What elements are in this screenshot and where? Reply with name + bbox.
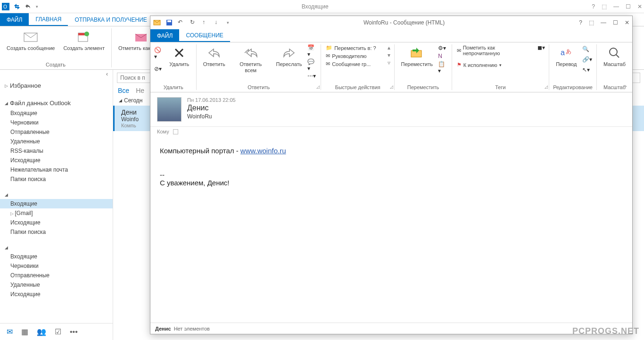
nav-gmail[interactable]: ▷ [Gmail] xyxy=(0,208,113,218)
rg-delete-label: Удалить xyxy=(154,83,192,90)
quick-launcher-icon[interactable]: ◿ xyxy=(390,84,393,89)
more-respond-icon[interactable]: ⋯▾ xyxy=(307,73,317,79)
nav-rss[interactable]: RSS-каналы xyxy=(0,146,113,156)
msg-tab-file[interactable]: ФАЙЛ xyxy=(150,29,179,42)
next-icon[interactable]: ↓ xyxy=(215,19,222,26)
new-mail-button[interactable]: Создать сообщение xyxy=(4,28,58,52)
nav-inbox3[interactable]: Входящие xyxy=(0,252,113,261)
save-icon[interactable] xyxy=(165,19,173,26)
unread-envelope-icon: ✉ xyxy=(457,48,461,54)
tasks-switch-icon[interactable]: ☑ xyxy=(55,327,61,336)
replyall-button[interactable]: Ответить всем xyxy=(231,44,271,74)
undo-icon[interactable]: ↶ xyxy=(178,19,185,26)
nav-account3[interactable]: ◢ xyxy=(0,243,113,252)
nav-outbox3[interactable]: Исходящие xyxy=(0,290,113,299)
sendreceive-icon[interactable] xyxy=(13,3,21,10)
nav-search-folders[interactable]: Папки поиска xyxy=(0,174,113,184)
msg-titlebar: ↶ ↻ ↑ ↓ ▾ WoinfoRu - Сообщение (HTML) ? … xyxy=(150,16,632,29)
nav-datafile[interactable]: ◢Файл данных Outlook xyxy=(0,98,113,108)
new-item-button[interactable]: Создать элемент xyxy=(60,28,107,52)
quickstep-up-icon[interactable]: ▴ xyxy=(388,44,390,51)
tab-sendreceive[interactable]: ОТПРАВКА И ПОЛУЧЕНИЕ xyxy=(68,13,153,26)
nav-inbox[interactable]: Входящие xyxy=(0,108,113,118)
reply-button[interactable]: Ответить xyxy=(200,44,228,68)
maximize-icon[interactable]: ☐ xyxy=(613,19,618,26)
body-link[interactable]: www.woinfo.ru xyxy=(240,147,286,155)
find-icon[interactable]: 🔍 xyxy=(582,46,592,52)
close-icon[interactable]: ✕ xyxy=(625,19,629,26)
calendar-new-icon xyxy=(76,29,91,44)
nav-collapse-icon[interactable]: ‹ xyxy=(0,70,113,78)
quickstep-down-icon[interactable]: ▾ xyxy=(388,52,390,58)
minimize-icon[interactable]: — xyxy=(601,19,606,26)
message-header: Пн 17.06.2013 22:05 Денис WoinfoRu xyxy=(150,92,632,127)
nav-sent3[interactable]: Отправленные xyxy=(0,271,113,280)
undo-icon[interactable] xyxy=(25,3,32,10)
quickstep-team[interactable]: ✉Сообщение гр... xyxy=(325,60,385,67)
respond-launcher-icon[interactable]: ◿ xyxy=(316,84,320,89)
nav-deleted[interactable]: Удаленные xyxy=(0,137,113,146)
sender-avatar xyxy=(157,97,182,122)
quickstep-manager[interactable]: ✉Руководителю xyxy=(325,52,385,59)
move-button[interactable]: Переместить xyxy=(398,44,435,68)
forward-mgr-icon: ✉ xyxy=(326,53,330,59)
onenote-icon[interactable]: N xyxy=(438,53,448,59)
quickstep-more-icon[interactable]: ▿ xyxy=(388,59,390,66)
quickstep-moveto[interactable]: 📁Переместить в: ? xyxy=(325,44,385,51)
filter-unread[interactable]: Не xyxy=(136,87,144,94)
ignore-icon[interactable]: 🚫▾ xyxy=(154,47,163,60)
nav-favorites[interactable]: ▷Избранное xyxy=(0,80,113,91)
translate-button[interactable]: aあ Перевод xyxy=(553,44,579,68)
ribbon-options-icon[interactable]: ⬚ xyxy=(602,3,607,10)
move-folder-icon xyxy=(409,45,424,60)
ribbon-options-icon[interactable]: ⬚ xyxy=(589,19,594,26)
im-icon[interactable]: 💬▾ xyxy=(307,58,317,72)
main-titlebar: O ▾ Входящие ? ⬚ — ☐ ✕ xyxy=(0,0,644,13)
tags-launcher-icon[interactable]: ◿ xyxy=(545,84,548,89)
nav-junk[interactable]: Нежелательная почта xyxy=(0,165,113,174)
nav-drafts[interactable]: Черновики xyxy=(0,118,113,127)
message-window: ↶ ↻ ↑ ↓ ▾ WoinfoRu - Сообщение (HTML) ? … xyxy=(150,16,633,334)
nav-search2[interactable]: Папки поиска xyxy=(0,227,113,237)
outlook-icon: O xyxy=(2,3,9,10)
redo-icon[interactable]: ↻ xyxy=(190,19,198,26)
nav-outbox2[interactable]: Исходящие xyxy=(0,218,113,227)
categorize-icon[interactable]: ◼▾ xyxy=(537,44,545,51)
mark-unread-button[interactable]: ✉Пометить как непрочитанную xyxy=(456,44,533,57)
msg-tab-message[interactable]: СООБЩЕНИЕ xyxy=(179,29,230,42)
junk-icon[interactable]: ⊘▾ xyxy=(154,66,163,72)
ribbon-collapse-icon[interactable]: ⌃ xyxy=(624,85,627,90)
actions-icon[interactable]: 📋▾ xyxy=(438,61,448,74)
maximize-icon[interactable]: ☐ xyxy=(626,3,631,10)
nav-inbox-selected[interactable]: Входящие xyxy=(0,199,113,208)
to-checkbox[interactable] xyxy=(173,129,178,134)
meeting-icon[interactable]: 📅▾ xyxy=(307,44,317,58)
delete-button[interactable]: Удалить xyxy=(166,44,192,68)
filter-all[interactable]: Все xyxy=(118,87,129,94)
forward-button[interactable]: Переслать xyxy=(273,44,304,68)
nav-outbox[interactable]: Исходящие xyxy=(0,156,113,165)
navigation-pane: ‹ ▷Избранное ◢Файл данных Outlook Входящ… xyxy=(0,70,113,340)
people-switch-icon[interactable]: 👥 xyxy=(37,327,46,336)
ribbon-group-create-label: Создать xyxy=(4,61,107,67)
mail-switch-icon[interactable]: ✉ xyxy=(7,327,13,336)
nav-account2[interactable]: ◢ xyxy=(0,191,113,199)
message-body: Компьютерный портал - www.woinfo.ru -- С… xyxy=(150,138,632,323)
nav-sent[interactable]: Отправленные xyxy=(0,127,113,137)
help-icon[interactable]: ? xyxy=(579,19,582,26)
related-icon[interactable]: 🔗▾ xyxy=(582,56,592,63)
close-icon[interactable]: ✕ xyxy=(637,3,642,10)
nav-drafts3[interactable]: Черновики xyxy=(0,261,113,271)
help-icon[interactable]: ? xyxy=(592,3,595,10)
more-switch-icon[interactable]: ••• xyxy=(70,328,78,336)
followup-button[interactable]: ⚑К исполнению▾ xyxy=(456,61,533,68)
select-icon[interactable]: ↖▾ xyxy=(582,66,592,73)
calendar-switch-icon[interactable]: ▦ xyxy=(21,327,28,336)
minimize-icon[interactable]: — xyxy=(613,3,619,10)
prev-icon[interactable]: ↑ xyxy=(202,19,210,26)
zoom-button[interactable]: Масштаб xyxy=(601,44,628,68)
tab-home[interactable]: ГЛАВНАЯ xyxy=(29,13,68,26)
tab-file[interactable]: ФАЙЛ xyxy=(0,13,29,26)
nav-deleted3[interactable]: Удаленные xyxy=(0,280,113,290)
rules-icon[interactable]: ⚙▾ xyxy=(438,45,448,51)
